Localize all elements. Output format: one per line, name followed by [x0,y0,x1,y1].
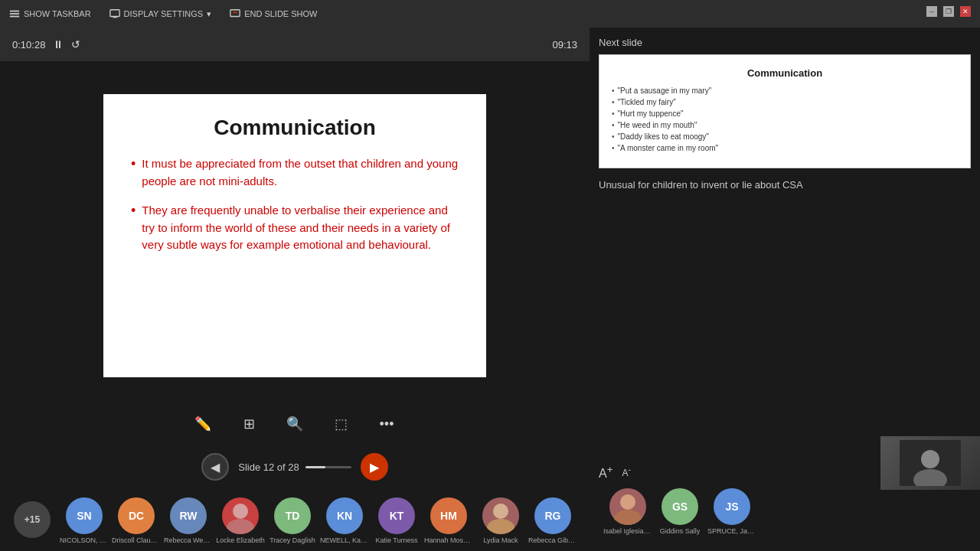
grid-tool-btn[interactable]: ⊞ [235,410,263,438]
slide-bullets: • It must be appreciated from the outset… [131,155,459,254]
svg-point-14 [921,450,939,468]
preview-item-2: • "Hurt my tuppence" [612,109,958,118]
search-tool-btn[interactable]: 🔍 [281,410,309,438]
slide-indicator-text: Slide 12 of 28 [238,461,299,473]
more-tool-btn[interactable]: ••• [373,410,400,438]
participant-le: Locke Elizabeth [214,497,266,544]
avatar-lm [482,497,519,534]
participant-hm: HM Hannah Moss (... [423,497,475,544]
preview-item-4: • "Daddy likes to eat moogy" [612,132,958,141]
pause-btn[interactable]: ⏸ [53,38,64,51]
preview-list: • "Put a sausage in my mary" • "Tickled … [612,86,958,152]
participants-strip-left: +15 SN NICOLSON, Sha... DC Driscoll Clau… [0,490,590,551]
participant-lm: Lydia Mack [475,497,527,544]
svg-point-10 [487,519,514,534]
slide-controls-bar: 0:10:28 ⏸ ↺ 09:13 [0,28,590,61]
preview-item-5: • "A monster came in my room" [612,144,958,152]
pointer-tool-btn[interactable]: ⬚ [327,410,354,438]
end-slideshow-btn[interactable]: END SLIDE SHOW [230,8,317,19]
participant-js: JS SPRUCE, Jackie (STAPLOE MEDICAL... [706,488,758,535]
preview-title: Communication [612,67,958,79]
participant-rw: RW Rebecca Webster [162,497,214,544]
slide-frame: Communication • It must be appreciated f… [0,61,590,404]
pen-tool-btn[interactable]: ✏️ [189,410,217,438]
display-settings-label: DISPLAY SETTINGS [124,9,204,18]
participant-kn: KN NEWELL, Kath... [318,497,371,544]
avatar-js: JS [714,488,750,525]
slide-bottom-toolbar: ✏️ ⊞ 🔍 ⬚ ••• [0,404,590,444]
participant-plus: +15 [6,501,58,540]
avatar-rg: RG [534,497,571,534]
svg-point-8 [227,519,254,534]
next-slide-preview: Communication • "Put a sausage in my mar… [599,54,971,168]
avatar-hm: HM [430,497,467,534]
remaining-time: 09:13 [552,39,577,51]
bullet-dot-1: • [131,154,136,190]
bullet-1-text: It must be appreciated from the outset t… [142,155,459,190]
prev-slide-btn[interactable]: ◀ [201,453,229,481]
reset-btn[interactable]: ↺ [71,38,80,51]
svg-rect-0 [10,11,19,12]
end-slideshow-label: END SLIDE SHOW [244,9,317,18]
svg-rect-2 [10,16,19,18]
window-controls: – ❐ ✕ [926,6,971,17]
avatar-rw: RW [170,497,207,534]
preview-item-1: • "Tickled my fairy" [612,98,958,106]
participant-kt: KT Katie Turness [371,497,423,544]
avatar-kn: KN [326,497,363,534]
svg-point-11 [620,494,635,510]
svg-point-12 [614,510,642,525]
svg-point-9 [493,504,508,519]
show-taskbar-label: SHOW TASKBAR [24,9,91,18]
participant-td: TD Tracey Daglish [266,497,318,544]
participant-sn: SN NICOLSON, Sha... [58,497,110,544]
top-toolbar: SHOW TASKBAR DISPLAY SETTINGS ▾ END SLID… [0,0,980,28]
avatar-gs: GS [662,488,698,525]
next-slide-btn[interactable]: ▶ [361,453,388,481]
timer-section: 0:10:28 ⏸ ↺ [12,38,80,51]
progress-bar [305,466,351,468]
font-decrease-btn[interactable]: A- [622,464,630,481]
show-taskbar-btn[interactable]: SHOW TASKBAR [9,8,91,19]
restore-btn[interactable]: ❐ [943,6,954,17]
bullet-2-text: They are frequently unable to verbalise … [142,202,459,254]
participant-iv: Isabel Iglesias Vizoso [602,488,654,535]
notes-text: Unusual for children to invent or lie ab… [599,178,971,193]
slide-area: 0:10:28 ⏸ ↺ 09:13 Communication • It mus… [0,28,590,551]
slide-title: Communication [131,116,459,140]
font-increase-btn[interactable]: A+ [599,464,612,481]
bullet-2: • They are frequently unable to verbalis… [131,202,459,254]
participant-gs: GS Giddins Sally [654,488,706,535]
elapsed-time: 0:10:28 [12,39,45,51]
participant-rg: RG Rebecca Gibson [527,497,579,544]
next-slide-label: Next slide [599,37,971,48]
slide-indicator: Slide 12 of 28 [238,461,351,473]
avatar-dc: DC [118,497,155,534]
bullet-1: • It must be appreciated from the outset… [131,155,459,190]
minimize-btn[interactable]: – [926,6,937,17]
participant-dc: DC Driscoll Claudel... [110,497,162,544]
avatar-td: TD [274,497,311,534]
main-area: 0:10:28 ⏸ ↺ 09:13 Communication • It mus… [0,28,980,551]
spacer [599,205,971,458]
slide-content: Communication • It must be appreciated f… [103,94,486,377]
video-thumbnail [880,436,980,490]
svg-rect-1 [10,13,19,15]
svg-point-7 [233,504,248,519]
plus-badge: +15 [14,501,51,538]
svg-rect-4 [113,17,116,18]
display-settings-btn[interactable]: DISPLAY SETTINGS ▾ [109,8,212,19]
nav-bar: ◀ Slide 12 of 28 ▶ [0,444,590,490]
avatar-sn: SN [66,497,103,534]
svg-rect-3 [109,10,119,17]
bullet-dot-2: • [131,201,136,254]
right-participants-strip: Isabel Iglesias Vizoso GS Giddins Sally … [599,481,971,542]
avatar-le [222,497,259,534]
avatar-kt: KT [378,497,415,534]
avatar-iv [609,488,646,525]
close-btn[interactable]: ✕ [960,6,971,17]
preview-item-3: • "He weed in my mouth" [612,121,958,129]
preview-item-0: • "Put a sausage in my mary" [612,86,958,95]
progress-fill [305,466,325,468]
